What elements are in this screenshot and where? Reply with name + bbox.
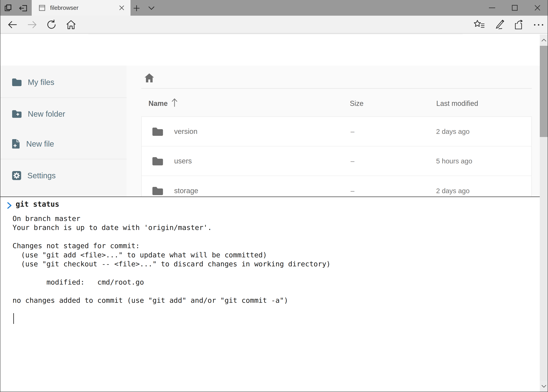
scroll-down-button[interactable] [540,381,548,392]
file-size: – [351,128,354,135]
refresh-icon[interactable] [46,19,57,30]
file-plus-icon [12,139,20,149]
sidebar-item-label: My files [28,78,54,87]
file-name: storage [174,187,198,195]
sidebar-item-my-files[interactable]: My files [0,71,127,93]
close-window-button[interactable] [531,2,544,14]
sidebar-item-label: Settings [28,171,56,180]
terminal-cursor [13,313,14,324]
terminal-command: git status [16,200,59,208]
scroll-up-button[interactable] [540,35,548,46]
sidebar: My files New folder New file [0,66,127,196]
folder-icon [152,127,163,136]
new-tab-icon[interactable] [133,4,140,12]
sidebar-item-label: New file [26,140,54,148]
file-modified: 2 days ago [436,187,470,195]
folder-icon [152,156,163,166]
folder-icon [12,78,22,86]
file-name: version [174,127,197,136]
folder-icon [152,186,163,196]
sidebar-divider [0,159,127,159]
app-header: Search... [0,34,548,66]
tab-title: filebrowser [50,5,119,11]
file-modified: 2 days ago [436,128,470,135]
terminal-output: On branch master Your branch is up to da… [13,214,331,305]
close-tab-icon[interactable] [119,5,125,11]
sort-ascending-icon[interactable] [170,98,179,107]
sidebar-item-settings[interactable]: Settings [0,165,127,186]
file-row-users[interactable]: users – 5 hours ago [142,146,531,176]
navbar: filebrowser.web/files/ [0,16,548,34]
forward-icon[interactable] [26,19,38,30]
maximize-button[interactable] [508,2,522,14]
active-tab[interactable]: filebrowser [32,0,131,16]
set-tabs-aside-icon[interactable] [18,4,28,13]
hub-favorites-icon[interactable] [472,19,486,30]
file-size: – [351,187,354,195]
home-icon[interactable] [65,19,77,30]
settings-gear-icon [12,171,21,181]
tab-preview-icon[interactable] [4,4,13,13]
browser-window: filebrowser [0,0,548,392]
tab-list-chevron-icon[interactable] [147,6,155,11]
scrollbar-thumb[interactable] [540,46,548,137]
breadcrumb-home-icon[interactable] [144,72,155,83]
minimize-button[interactable] [485,4,499,12]
column-header-modified[interactable]: Last modified [436,99,478,108]
file-row-version[interactable]: version – 2 days ago [142,117,531,146]
web-note-icon[interactable] [493,19,506,30]
terminal-prompt-icon [6,202,13,210]
column-header-name[interactable]: Name [148,99,168,108]
file-name: users [174,157,192,165]
sidebar-item-new-file[interactable]: New file [0,133,127,155]
file-size: – [351,157,354,165]
folder-plus-icon [12,110,22,118]
sidebar-item-label: New folder [28,110,65,119]
sidebar-item-new-folder[interactable]: New folder [0,103,127,125]
share-icon[interactable] [513,19,526,30]
page-icon [38,4,46,12]
file-modified: 5 hours ago [436,157,472,165]
back-icon[interactable] [7,19,18,30]
more-icon[interactable] [532,21,545,28]
page-scrollbar[interactable] [540,35,548,392]
breadcrumb-divider [141,88,532,89]
column-header-size[interactable]: Size [350,99,363,108]
sidebar-divider [0,98,127,98]
titlebar: filebrowser [0,0,548,16]
